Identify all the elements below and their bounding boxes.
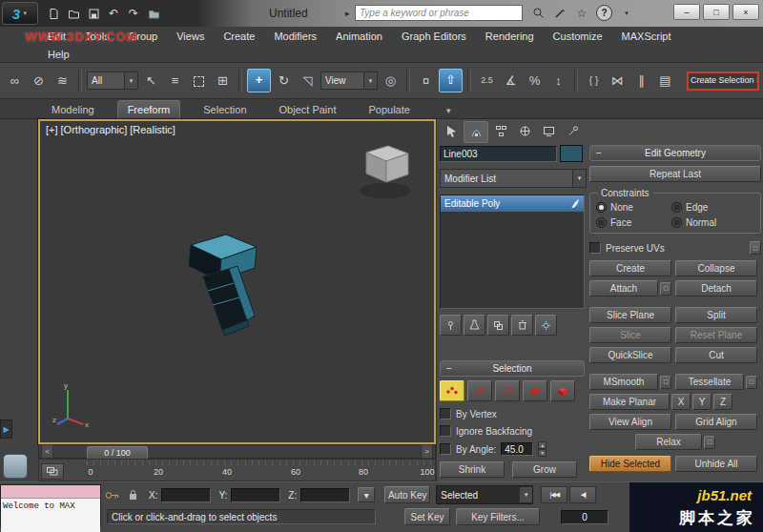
cut-button[interactable]: Cut xyxy=(675,347,757,363)
transform-typein-toggle-icon[interactable]: ▾ xyxy=(358,487,375,502)
edit-geometry-rollout-header[interactable]: − Edit Geometry xyxy=(589,145,761,161)
window-crossing-icon[interactable]: ⊞ xyxy=(212,70,234,92)
x-coordinate-field[interactable] xyxy=(161,488,211,502)
chevron-down-icon[interactable]: ▼ xyxy=(363,72,377,89)
select-object-icon[interactable]: ↖ xyxy=(140,70,162,92)
search-history-icon[interactable]: ▸ xyxy=(345,9,350,18)
pencil-icon[interactable] xyxy=(552,6,567,21)
reference-coordinate-dropdown[interactable]: View ▼ xyxy=(320,72,378,90)
remove-modifier-icon[interactable] xyxy=(511,315,533,336)
snaps-toggle-icon[interactable]: 2.5 xyxy=(476,70,498,92)
chevron-down-icon[interactable]: ▼ xyxy=(124,72,137,89)
tab-create-icon[interactable] xyxy=(440,121,463,141)
split-button[interactable]: Split xyxy=(675,307,757,323)
selection-filter-dropdown[interactable]: All ▼ xyxy=(87,72,138,90)
slice-plane-button[interactable]: Slice Plane xyxy=(589,307,671,323)
named-selection-set-field[interactable]: Create Selection S xyxy=(687,72,759,91)
make-unique-icon[interactable] xyxy=(487,315,509,336)
relax-settings-button[interactable]: □ xyxy=(704,436,715,449)
track-bar-ruler[interactable]: 0 20 40 60 80 100 xyxy=(87,460,432,481)
close-button[interactable]: × xyxy=(732,4,759,20)
tab-motion-icon[interactable] xyxy=(513,121,536,141)
auto-key-button[interactable]: Auto Key xyxy=(384,486,430,503)
select-and-manipulate-icon[interactable]: ¤ xyxy=(415,70,437,92)
align-icon[interactable]: ∥ xyxy=(630,70,652,92)
repeat-last-button[interactable]: Repeat Last xyxy=(589,166,761,182)
stack-item-editable-poly[interactable]: Editable Poly xyxy=(441,195,584,212)
tab-hierarchy-icon[interactable] xyxy=(489,121,512,141)
maxscript-mini-listener[interactable]: Welcome to MAX xyxy=(0,484,101,527)
redo-button[interactable]: ↷ xyxy=(126,6,141,21)
tab-display-icon[interactable] xyxy=(537,121,560,141)
make-planar-button[interactable]: Make Planar xyxy=(589,394,670,410)
chevron-down-icon[interactable]: ▼ xyxy=(519,487,532,502)
modifier-list-dropdown[interactable]: Modifier List ▼ xyxy=(440,169,587,188)
shrink-button[interactable]: Shrink xyxy=(440,461,505,478)
polygon-subobject-icon[interactable] xyxy=(523,380,547,401)
selection-lock-icon[interactable] xyxy=(124,489,141,501)
tab-modify-icon[interactable] xyxy=(464,121,488,143)
selection-rollout-header[interactable]: − Selection xyxy=(440,360,585,377)
viewport-layout-tab[interactable]: ▶ xyxy=(0,419,12,439)
open-file-button[interactable] xyxy=(66,6,81,21)
track-bar[interactable]: 0 20 40 60 80 100 xyxy=(38,459,436,481)
constraint-face-radio[interactable] xyxy=(596,217,607,228)
next-frame-arrow[interactable]: > xyxy=(421,444,433,459)
menu-modifiers[interactable]: Modifiers xyxy=(264,31,326,42)
edit-named-selection-sets-icon[interactable]: { } xyxy=(583,70,605,92)
mirror-icon[interactable]: ⋈ xyxy=(607,70,629,92)
viewport-general-menu[interactable]: [+] xyxy=(46,124,58,135)
msmooth-button[interactable]: MSmooth xyxy=(589,374,658,390)
select-and-scale-icon[interactable]: ◹ xyxy=(297,70,319,92)
hide-selected-button[interactable]: Hide Selected xyxy=(589,456,671,472)
use-pivot-point-center-icon[interactable]: ◎ xyxy=(380,70,402,92)
modifier-stack[interactable]: Editable Poly xyxy=(440,194,585,309)
viewport-layout-button[interactable] xyxy=(3,454,28,479)
menu-help[interactable]: Help xyxy=(38,49,79,60)
chevron-down-icon[interactable]: ▼ xyxy=(572,170,586,187)
current-frame-field[interactable] xyxy=(561,510,608,524)
by-vertex-checkbox[interactable] xyxy=(440,408,451,419)
percent-snap-icon[interactable]: % xyxy=(524,70,546,92)
view-cube[interactable] xyxy=(353,143,422,204)
key-mode-dropdown[interactable]: Selected ▼ xyxy=(436,485,533,504)
menu-maxscript[interactable]: MAXScript xyxy=(612,31,681,42)
menu-customize[interactable]: Customize xyxy=(544,31,612,42)
msmooth-settings-button[interactable]: □ xyxy=(660,376,671,389)
ignore-backfacing-checkbox[interactable] xyxy=(440,425,451,437)
element-subobject-icon[interactable] xyxy=(550,380,575,401)
search-icon[interactable] xyxy=(530,6,546,21)
constraint-edge-radio[interactable] xyxy=(671,202,682,213)
viewport[interactable]: [+] [Orthographic] [Realistic] y x xyxy=(38,119,436,444)
scene-object[interactable] xyxy=(183,234,274,343)
key-filters-button[interactable]: Key Filters... xyxy=(456,508,540,525)
viewport-pov-menu[interactable]: [Orthographic] xyxy=(61,124,128,135)
planar-z-button[interactable]: Z xyxy=(713,394,732,410)
relax-button[interactable]: Relax xyxy=(635,434,702,450)
new-scene-button[interactable] xyxy=(46,6,61,21)
help-icon[interactable]: ? xyxy=(596,5,612,21)
unhide-all-button[interactable]: Unhide All xyxy=(675,456,757,472)
menu-views[interactable]: Views xyxy=(167,31,214,42)
attach-button[interactable]: Attach xyxy=(589,280,658,297)
quickslice-button[interactable]: QuickSlice xyxy=(589,347,671,363)
project-folder-button[interactable] xyxy=(146,6,161,21)
set-key-button[interactable]: Set Key xyxy=(404,508,450,525)
constraint-none-radio[interactable] xyxy=(596,202,607,213)
rectangular-selection-region-icon[interactable] xyxy=(188,70,210,92)
previous-key-button[interactable]: ◀| xyxy=(569,486,596,503)
maximize-button[interactable]: □ xyxy=(703,4,730,20)
ribbon-minimize-icon[interactable]: ▾ xyxy=(443,103,455,118)
keyboard-shortcut-override-icon[interactable]: ⇧ xyxy=(439,69,463,92)
select-by-name-icon[interactable]: ≡ xyxy=(164,70,186,92)
planar-x-button[interactable]: X xyxy=(671,394,691,410)
constraint-normal-radio[interactable] xyxy=(671,217,682,228)
tab-freeform[interactable]: Freeform xyxy=(117,100,181,118)
viewport-shading-menu[interactable]: [Realistic] xyxy=(130,124,175,135)
y-coordinate-field[interactable] xyxy=(231,488,280,502)
tab-selection[interactable]: Selection xyxy=(194,101,256,118)
favorites-star-icon[interactable]: ☆ xyxy=(574,6,589,21)
angle-value-field[interactable] xyxy=(501,442,533,456)
vertex-subobject-icon[interactable] xyxy=(440,380,464,401)
macro-recorder-pane[interactable] xyxy=(1,485,100,499)
